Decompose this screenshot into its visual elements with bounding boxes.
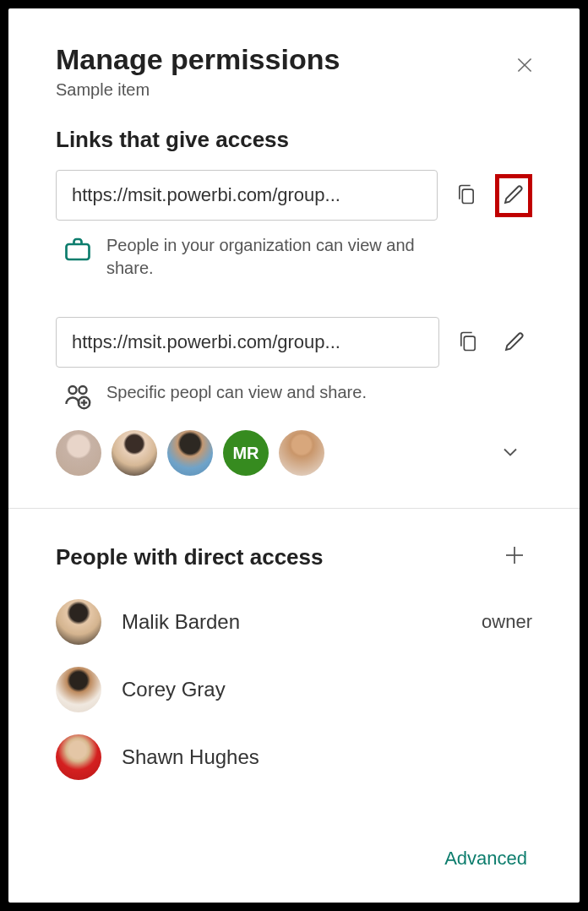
person-name: Malik Barden (122, 610, 461, 634)
panel-subtitle: Sample item (56, 80, 340, 100)
person-row[interactable]: Shawn Hughes (56, 734, 532, 780)
copy-link-button-1[interactable] (449, 176, 483, 215)
direct-access-title: People with direct access (56, 544, 323, 570)
link-row-2: https://msit.powerbi.com/group... (56, 317, 532, 368)
direct-access-list: Malik Barden owner Corey Gray Shawn Hugh… (8, 599, 580, 780)
close-button[interactable] (510, 51, 539, 82)
person-row[interactable]: Corey Gray (56, 667, 532, 712)
advanced-link[interactable]: Advanced (439, 847, 532, 870)
links-section: Links that give access https://msit.powe… (8, 100, 580, 476)
link-url-1[interactable]: https://msit.powerbi.com/group... (56, 170, 438, 221)
links-section-title: Links that give access (56, 127, 532, 153)
person-name: Shawn Hughes (122, 745, 512, 769)
panel-footer: Advanced (439, 847, 532, 870)
section-divider (8, 508, 580, 509)
link-block-2: https://msit.powerbi.com/group... (56, 317, 532, 476)
edit-link-button-1[interactable] (495, 174, 532, 217)
avatar (56, 734, 101, 780)
link-description-row-1: People in your organization can view and… (56, 234, 532, 280)
person-role: owner (482, 611, 532, 633)
avatar-initials[interactable]: MR (223, 430, 269, 476)
copy-link-button-2[interactable] (451, 323, 485, 363)
chevron-down-icon (498, 440, 522, 466)
close-icon (514, 66, 536, 79)
specific-people-icon (63, 381, 93, 415)
pencil-icon (501, 182, 526, 210)
plus-icon (502, 542, 527, 574)
link-row-1: https://msit.powerbi.com/group... (56, 170, 532, 221)
panel-header: Manage permissions Sample item (8, 8, 580, 100)
svg-rect-3 (67, 244, 90, 259)
add-person-button[interactable] (497, 543, 532, 572)
svg-point-6 (79, 386, 87, 394)
briefcase-icon (63, 234, 93, 268)
direct-access-header: People with direct access (8, 543, 580, 572)
avatar (56, 599, 101, 645)
edit-link-button-2[interactable] (497, 323, 532, 363)
link-description-row-2: Specific peopl can view and share. (56, 381, 532, 415)
person-row[interactable]: Malik Barden owner (56, 599, 532, 645)
header-text: Manage permissions Sample item (56, 44, 340, 100)
link-description-2: Specific peopl can view and share. (106, 381, 367, 404)
avatar[interactable] (112, 430, 157, 476)
avatar[interactable] (56, 430, 101, 476)
pencil-icon (502, 329, 527, 357)
avatar (56, 667, 101, 712)
svg-rect-2 (462, 189, 473, 203)
person-name: Corey Gray (122, 678, 512, 701)
copy-icon (455, 182, 478, 210)
shared-avatars: MR (56, 430, 324, 476)
svg-rect-4 (464, 336, 475, 350)
avatar[interactable] (167, 430, 213, 476)
manage-permissions-panel: Manage permissions Sample item Links tha… (8, 8, 580, 903)
avatar[interactable] (279, 430, 324, 476)
link-url-2[interactable]: https://msit.powerbi.com/group... (56, 317, 439, 368)
link-description-1: People in your organization can view and… (106, 234, 427, 280)
shared-people-row: MR (56, 430, 532, 476)
copy-icon (456, 329, 480, 357)
panel-title: Manage permissions (56, 44, 340, 75)
expand-people-button[interactable] (493, 434, 527, 472)
svg-point-5 (69, 386, 77, 394)
